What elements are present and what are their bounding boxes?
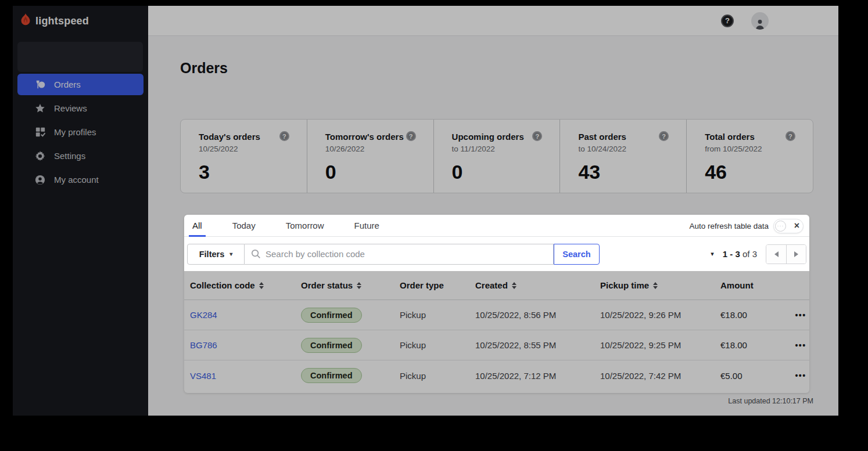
sidebar-item-orders[interactable]: Orders: [17, 74, 144, 95]
sidebar: lightspeed Orders Reviews: [13, 6, 148, 416]
stat-value: 0: [325, 161, 433, 183]
stat-period: from 10/25/2022: [705, 145, 813, 153]
status-badge: Confirmed: [301, 338, 362, 353]
sort-icon[interactable]: [653, 282, 658, 289]
order-type: Pickup: [400, 310, 475, 320]
column-label: Collection code: [190, 280, 255, 290]
tab-tomorrow[interactable]: Tomorrow: [282, 215, 328, 236]
next-page-button[interactable]: [786, 245, 806, 264]
pagination: ▾ 1 - 3 of 3: [711, 244, 806, 264]
app-window: lightspeed Orders Reviews: [13, 6, 838, 416]
toggle-knob-icon: ···: [775, 221, 786, 232]
row-menu-icon[interactable]: •••: [792, 311, 809, 320]
orders-table-card: All Today Tomorrow Future Auto refresh t…: [184, 215, 809, 393]
stat-period: to 11/1/2022: [452, 145, 560, 153]
column-collection-code[interactable]: Collection code: [190, 280, 301, 290]
sidebar-item-label: Settings: [54, 151, 85, 161]
help-icon[interactable]: ?: [279, 131, 289, 141]
store-selector[interactable]: [17, 42, 143, 72]
collection-code-link[interactable]: BG786: [190, 340, 217, 350]
sidebar-item-label: Reviews: [54, 103, 87, 113]
chevron-down-icon: ▾: [229, 251, 232, 257]
filters-button[interactable]: Filters ▾: [187, 244, 245, 265]
tab-today[interactable]: Today: [229, 215, 259, 236]
table-row: GK284 Confirmed Pickup 10/25/2022, 8:56 …: [184, 300, 809, 330]
row-menu-icon[interactable]: •••: [792, 371, 809, 380]
collection-code-link[interactable]: VS481: [190, 371, 216, 381]
stat-period: to 10/24/2022: [578, 145, 686, 153]
filter-row: Filters ▾ Search: [184, 237, 809, 271]
sort-icon[interactable]: [512, 282, 517, 289]
column-created[interactable]: Created: [475, 280, 600, 290]
stat-past-orders: Past orders to 10/24/2022 43 ?: [559, 120, 686, 193]
help-icon[interactable]: ?: [721, 15, 734, 27]
page-size-caret-icon[interactable]: ▾: [711, 250, 714, 258]
help-icon[interactable]: ?: [785, 131, 795, 141]
stat-label: Tomorrow's orders: [325, 132, 433, 142]
pickup-time: 10/25/2022, 7:42 PM: [600, 371, 720, 381]
column-label: Amount: [720, 280, 754, 290]
collection-code-link[interactable]: GK284: [190, 310, 217, 320]
auto-refresh-label: Auto refresh table data: [689, 222, 769, 230]
sidebar-item-settings[interactable]: Settings: [17, 145, 144, 167]
column-order-status[interactable]: Order status: [301, 280, 400, 290]
stat-tomorrows-orders: Tomorrow's orders 10/26/2022 0 ?: [307, 120, 433, 193]
close-icon[interactable]: ×: [794, 221, 799, 230]
status-badge: Confirmed: [301, 368, 362, 383]
search-icon: [251, 249, 261, 261]
stat-value: 3: [199, 161, 307, 183]
auto-refresh-toggle[interactable]: ··· ×: [773, 219, 804, 233]
sort-icon[interactable]: [357, 282, 361, 289]
stat-label: Past orders: [578, 132, 686, 142]
order-type: Pickup: [400, 371, 475, 381]
sidebar-item-reviews[interactable]: Reviews: [17, 98, 144, 119]
pager-buttons: [766, 244, 806, 264]
stat-label: Upcoming orders: [452, 132, 560, 142]
search-group: Filters ▾ Search: [187, 244, 600, 265]
column-label: Order type: [400, 280, 444, 290]
search-button[interactable]: Search: [554, 244, 600, 265]
logo-text: lightspeed: [35, 15, 89, 27]
tab-all[interactable]: All: [189, 215, 206, 236]
stat-label: Today's orders: [199, 132, 307, 142]
pickup-time: 10/25/2022, 9:26 PM: [600, 310, 720, 320]
sidebar-nav: Orders Reviews: [17, 74, 144, 190]
sidebar-item-my-account[interactable]: My account: [17, 169, 144, 190]
prev-page-button[interactable]: [766, 245, 786, 264]
sidebar-item-label: My account: [54, 175, 99, 185]
stat-label: Total orders: [705, 132, 813, 142]
column-label: Pickup time: [600, 280, 649, 290]
next-arrow-icon: [794, 251, 798, 257]
created-time: 10/25/2022, 8:56 PM: [475, 310, 600, 320]
lightspeed-logo: lightspeed: [20, 13, 89, 29]
dining-icon: [35, 80, 45, 90]
sidebar-item-my-profiles[interactable]: My profiles: [17, 121, 144, 143]
sort-icon[interactable]: [259, 282, 264, 289]
pickup-time: 10/25/2022, 9:25 PM: [600, 340, 720, 350]
search-input[interactable]: [245, 244, 554, 265]
column-label: Created: [475, 280, 508, 290]
sidebar-item-label: Orders: [54, 80, 81, 89]
table-header: Collection code Order status Order type …: [184, 271, 809, 300]
order-type: Pickup: [400, 340, 475, 350]
column-order-type: Order type: [400, 280, 475, 290]
stat-value: 0: [452, 161, 560, 183]
pagination-range-bold: 1 - 3: [723, 249, 740, 259]
filters-label: Filters: [199, 250, 225, 259]
row-menu-icon[interactable]: •••: [792, 341, 809, 350]
stat-value: 46: [705, 161, 813, 183]
stat-period: 10/26/2022: [325, 145, 433, 153]
amount: €18.00: [720, 310, 792, 320]
column-pickup-time[interactable]: Pickup time: [600, 280, 720, 290]
stat-period: 10/25/2022: [199, 145, 307, 153]
last-updated-text: Last updated 12:10:17 PM: [180, 397, 813, 405]
created-time: 10/25/2022, 7:12 PM: [475, 371, 600, 381]
person-icon: [35, 175, 45, 185]
help-icon[interactable]: ?: [406, 131, 416, 141]
gear-icon: [35, 151, 45, 161]
user-avatar[interactable]: [751, 12, 769, 30]
sidebar-item-label: My profiles: [54, 127, 96, 137]
tab-future[interactable]: Future: [351, 215, 383, 236]
grid-check-icon: [35, 127, 45, 138]
amount: €18.00: [720, 340, 792, 350]
